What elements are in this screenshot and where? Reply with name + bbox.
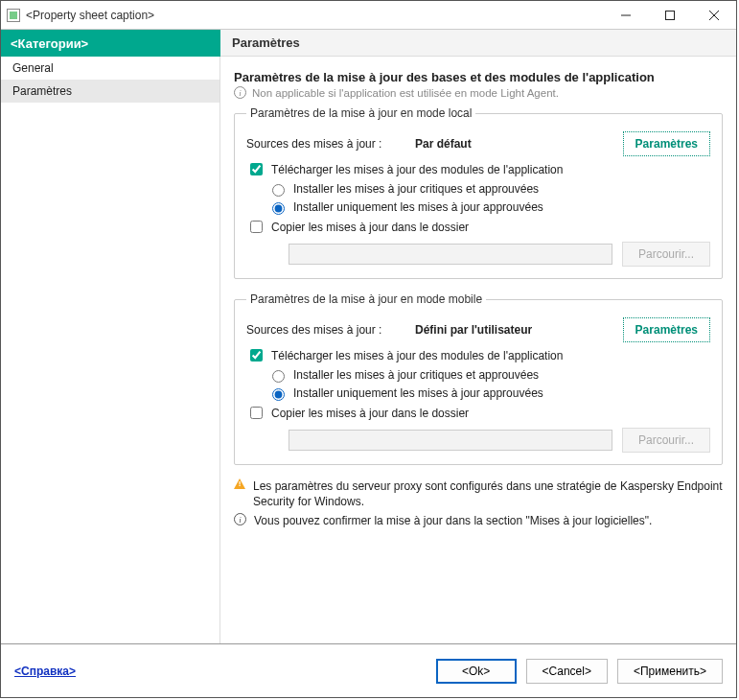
mobile-sources-label: Sources des mises à jour : bbox=[246, 323, 415, 337]
cancel-button[interactable]: <Cancel> bbox=[526, 659, 608, 684]
mobile-radio-approved-row[interactable]: Installer uniquement les mises à jour ap… bbox=[267, 385, 710, 401]
group-local-legend: Paramètres de la mise à jour en mode loc… bbox=[246, 106, 475, 120]
local-radio-critical[interactable] bbox=[272, 184, 285, 197]
header-strip: <Категории> Paramètres bbox=[1, 30, 736, 57]
mobile-radio-critical[interactable] bbox=[272, 370, 285, 383]
mobile-settings-button[interactable]: Paramètres bbox=[623, 317, 710, 342]
window-buttons bbox=[604, 1, 736, 30]
mobile-browse-button[interactable]: Parcourir... bbox=[622, 428, 710, 453]
help-link[interactable]: <Справка> bbox=[14, 665, 76, 678]
mobile-radio-approved-label: Installer uniquement les mises à jour ap… bbox=[293, 386, 543, 400]
mobile-radio-approved[interactable] bbox=[272, 388, 285, 401]
local-radio-critical-row[interactable]: Installer les mises à jour critiques et … bbox=[267, 181, 710, 197]
window: <Property sheet caption> <Категории> Par… bbox=[0, 0, 737, 698]
mobile-download-label: Télécharger les mises à jour des modules… bbox=[271, 349, 563, 362]
local-radio-approved-label: Installer uniquement les mises à jour ap… bbox=[293, 200, 543, 214]
local-browse-button[interactable]: Parcourir... bbox=[622, 242, 710, 267]
footer: <Справка> <Ok> <Cancel> <Применить> bbox=[1, 643, 736, 697]
section-title: Paramètres de la mise à jour des bases e… bbox=[234, 70, 723, 84]
mobile-sources-value: Défini par l'utilisateur bbox=[415, 323, 532, 337]
maximize-button[interactable] bbox=[648, 1, 692, 30]
group-mobile: Paramètres de la mise à jour en mode mob… bbox=[234, 292, 723, 465]
content: Paramètres de la mise à jour des bases e… bbox=[220, 57, 736, 643]
section-note: i Non applicable si l'application est ut… bbox=[234, 86, 723, 99]
sidebar-item-general[interactable]: General bbox=[1, 57, 219, 80]
local-copy-checkbox[interactable] bbox=[250, 221, 263, 233]
notes: Les paramètres du serveur proxy sont con… bbox=[234, 478, 723, 529]
sidebar-item-parametres[interactable]: Paramètres bbox=[1, 80, 219, 103]
info-icon: i bbox=[234, 86, 246, 99]
local-download-label: Télécharger les mises à jour des modules… bbox=[271, 163, 563, 176]
mobile-copy-checkbox-row[interactable]: Copier les mises à jour dans le dossier bbox=[246, 404, 710, 422]
info-text: Vous pouvez confirmer la mise à jour dan… bbox=[254, 513, 723, 528]
mobile-download-checkbox-row[interactable]: Télécharger les mises à jour des modules… bbox=[246, 346, 710, 364]
svg-rect-1 bbox=[666, 11, 675, 19]
mobile-copy-label: Copier les mises à jour dans le dossier bbox=[271, 407, 469, 420]
apply-button[interactable]: <Применить> bbox=[617, 659, 723, 684]
local-folder-input[interactable] bbox=[289, 244, 612, 265]
info-icon: i bbox=[234, 513, 246, 525]
mobile-radio-critical-row[interactable]: Installer les mises à jour critiques et … bbox=[267, 367, 710, 383]
local-settings-button[interactable]: Paramètres bbox=[623, 131, 710, 156]
local-copy-checkbox-row[interactable]: Copier les mises à jour dans le dossier bbox=[246, 218, 710, 236]
body: General Paramètres Paramètres de la mise… bbox=[1, 57, 736, 643]
mobile-download-checkbox[interactable] bbox=[250, 349, 263, 362]
warning-text: Les paramètres du serveur proxy sont con… bbox=[253, 478, 723, 509]
app-icon bbox=[7, 9, 20, 22]
warning-icon bbox=[234, 478, 245, 489]
local-sources-label: Sources des mises à jour : bbox=[246, 137, 415, 151]
local-radio-approved-row[interactable]: Installer uniquement les mises à jour ap… bbox=[267, 199, 710, 215]
local-radio-approved[interactable] bbox=[272, 202, 285, 215]
local-download-checkbox[interactable] bbox=[250, 163, 263, 175]
group-local: Paramètres de la mise à jour en mode loc… bbox=[234, 106, 723, 279]
page-header: Paramètres bbox=[220, 30, 736, 57]
minimize-button[interactable] bbox=[604, 1, 648, 30]
categories-header: <Категории> bbox=[1, 30, 220, 57]
window-title: <Property sheet caption> bbox=[26, 9, 604, 22]
titlebar: <Property sheet caption> bbox=[1, 1, 736, 30]
section-note-text: Non applicable si l'application est util… bbox=[252, 87, 559, 99]
local-radio-critical-label: Installer les mises à jour critiques et … bbox=[293, 182, 539, 196]
mobile-radio-critical-label: Installer les mises à jour critiques et … bbox=[293, 368, 539, 382]
local-copy-label: Copier les mises à jour dans le dossier bbox=[271, 221, 469, 234]
mobile-folder-input[interactable] bbox=[289, 430, 612, 451]
local-sources-value: Par défaut bbox=[415, 137, 472, 151]
sidebar: General Paramètres bbox=[1, 57, 220, 643]
local-download-checkbox-row[interactable]: Télécharger les mises à jour des modules… bbox=[246, 160, 710, 178]
ok-button[interactable]: <Ok> bbox=[436, 659, 517, 684]
close-button[interactable] bbox=[692, 1, 736, 30]
group-mobile-legend: Paramètres de la mise à jour en mode mob… bbox=[246, 292, 486, 306]
mobile-copy-checkbox[interactable] bbox=[250, 407, 263, 419]
